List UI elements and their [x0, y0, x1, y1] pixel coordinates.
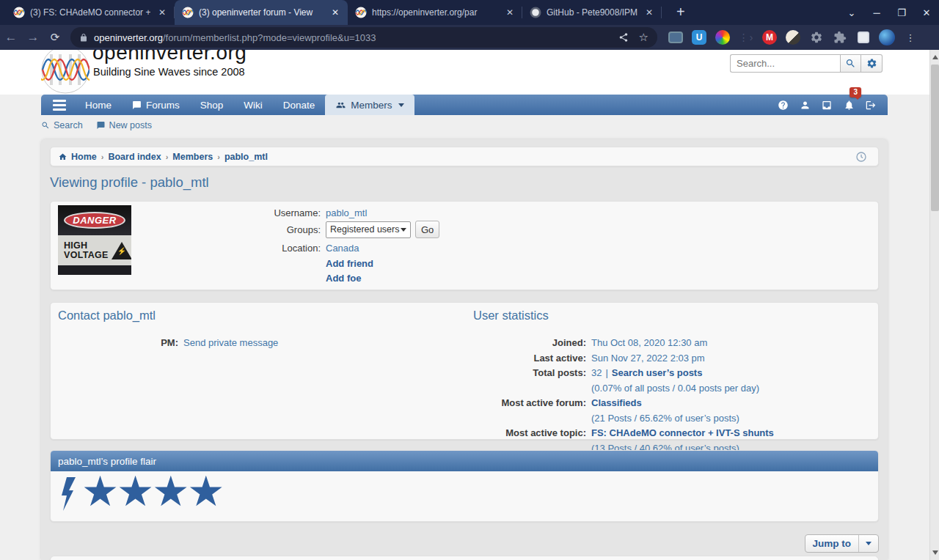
- search-settings-button[interactable]: [861, 54, 883, 73]
- groups-label: Groups:: [51, 224, 326, 235]
- nav-shop[interactable]: Shop: [190, 95, 234, 115]
- profile-avatar-icon[interactable]: [879, 29, 895, 45]
- badger-extension-icon[interactable]: [785, 29, 801, 45]
- restore-button[interactable]: ❐: [889, 7, 914, 18]
- tab-bar: (3) FS: CHAdeMO connector + ✕ (3) openin…: [0, 0, 939, 25]
- share-icon[interactable]: [618, 32, 629, 43]
- tab-close-icon[interactable]: ✕: [643, 7, 656, 18]
- openinverter-favicon: [13, 7, 25, 18]
- forums-bubble-icon: [132, 100, 142, 110]
- search-submit-button[interactable]: [840, 54, 861, 73]
- send-private-message-link[interactable]: Send private message: [183, 336, 278, 351]
- clock-icon[interactable]: [855, 151, 867, 163]
- search-input[interactable]: [730, 54, 840, 73]
- browser-tab-3[interactable]: https://openinverter.org/par ✕: [348, 0, 522, 25]
- new-tab-button[interactable]: +: [671, 4, 691, 21]
- menu-kebab-icon[interactable]: ⋮: [902, 29, 918, 45]
- nav-donate[interactable]: Donate: [273, 95, 326, 115]
- search-icon: [41, 121, 50, 130]
- address-bar[interactable]: openinverter.org/forum/memberlist.php?mo…: [70, 27, 657, 48]
- jump-to-button[interactable]: Jump to: [805, 534, 880, 553]
- username-value[interactable]: pablo_mtl: [326, 207, 367, 218]
- reload-button[interactable]: ⟳: [44, 31, 66, 44]
- reading-mode-icon[interactable]: [855, 29, 872, 45]
- color-wheel-extension-icon[interactable]: [715, 29, 731, 45]
- forward-button[interactable]: →: [22, 30, 44, 45]
- search-users-posts-link[interactable]: Search user’s posts: [612, 366, 703, 381]
- most-active-forum-link[interactable]: Classifieds: [591, 396, 642, 411]
- extensions-puzzle-icon[interactable]: [832, 29, 848, 45]
- contact-column: Contact pablo_mtl PM: Send private messa…: [58, 309, 466, 351]
- contact-stats-panel: Contact pablo_mtl PM: Send private messa…: [50, 302, 879, 440]
- nav-forums[interactable]: Forums: [122, 95, 190, 115]
- openinverter-favicon: [355, 7, 367, 18]
- select-chevron-icon: [401, 228, 406, 232]
- add-foe-link[interactable]: Add foe: [326, 273, 361, 284]
- back-button[interactable]: ←: [0, 30, 22, 45]
- most-active-topic-link[interactable]: FS: CHAdeMO connector + IVT-S shunts: [591, 426, 774, 441]
- breadcrumb-members[interactable]: Members: [172, 152, 213, 162]
- scroll-up-arrow[interactable]: [932, 55, 938, 59]
- page-scrollbar[interactable]: [929, 50, 939, 560]
- new-posts-link[interactable]: New posts: [96, 120, 152, 130]
- settings-extension-icon[interactable]: [808, 29, 825, 45]
- tab-title: (3) openinverter forum - View: [199, 7, 324, 18]
- username-label: Username:: [51, 207, 326, 218]
- lock-icon: [79, 33, 88, 43]
- tab-close-icon[interactable]: ✕: [329, 7, 342, 18]
- tab-close-icon[interactable]: ✕: [503, 7, 516, 18]
- help-icon[interactable]: [772, 95, 794, 115]
- screenshot-extension-icon[interactable]: [668, 29, 684, 45]
- breadcrumb-home[interactable]: Home: [71, 152, 97, 162]
- profile-panel: DANGER HIGHVOLTAGE Username: pablo_mtl G…: [50, 201, 879, 290]
- tab-search-chevron-icon[interactable]: ⌄: [839, 7, 864, 18]
- site-tagline: Building Sine Waves since 2008: [93, 66, 245, 78]
- tab-title: https://openinverter.org/par: [372, 7, 498, 18]
- bookmark-star-icon[interactable]: ☆: [639, 31, 648, 44]
- disabled-extension-icon[interactable]: ⋮›: [738, 29, 754, 45]
- ublock-extension-icon[interactable]: U: [691, 29, 707, 45]
- breadcrumb-board-index[interactable]: Board index: [108, 152, 161, 162]
- total-posts-label: Total posts:: [473, 366, 591, 381]
- chevron-down-icon: [398, 103, 404, 107]
- browser-tab-1[interactable]: (3) FS: CHAdeMO connector + ✕: [6, 0, 175, 25]
- logout-icon[interactable]: [860, 95, 882, 115]
- breadcrumb: Home › Board index › Members › pablo_mtl: [50, 147, 879, 166]
- flair-stars: ★★★★: [81, 471, 222, 512]
- breadcrumb-user[interactable]: pablo_mtl: [224, 152, 268, 162]
- total-posts-note: (0.07% of all posts / 0.04 posts per day…: [591, 381, 759, 397]
- openinverter-logo[interactable]: [41, 50, 89, 94]
- mega-extension-icon[interactable]: M: [761, 29, 778, 45]
- scrollbar-thumb[interactable]: [931, 65, 939, 211]
- tab-title: GitHub - Pete9008/IPMMotor: [547, 7, 637, 18]
- location-value[interactable]: Canada: [326, 243, 359, 254]
- minimize-button[interactable]: ─: [864, 7, 889, 18]
- site-title[interactable]: openinverter.org: [92, 50, 246, 65]
- messages-inbox-icon[interactable]: [816, 95, 838, 115]
- jump-to-dropdown-arrow[interactable]: [858, 535, 878, 552]
- extensions-row: U ⋮› M ⋮: [668, 29, 918, 45]
- tab-title: (3) FS: CHAdeMO connector +: [30, 7, 150, 18]
- nav-members-active[interactable]: Members: [325, 95, 414, 115]
- lightning-bolt-icon: [58, 476, 80, 512]
- add-friend-link[interactable]: Add friend: [326, 258, 373, 269]
- nav-wiki[interactable]: Wiki: [233, 95, 273, 115]
- go-button[interactable]: Go: [415, 221, 439, 238]
- content-wrapper: Home › Board index › Members › pablo_mtl…: [41, 139, 888, 560]
- flair-panel: pablo_mtl’s profile flair ★★★★: [50, 450, 879, 522]
- hamburger-menu-icon[interactable]: [41, 95, 75, 115]
- nav-home[interactable]: Home: [75, 95, 122, 115]
- browser-tab-2-active[interactable]: (3) openinverter forum - View ✕: [175, 0, 348, 25]
- close-button[interactable]: ✕: [914, 7, 939, 18]
- page-viewport: openinverter.org Building Sine Waves sin…: [0, 50, 939, 560]
- quick-search-link[interactable]: Search: [41, 120, 83, 130]
- home-icon: [58, 152, 67, 161]
- notifications-bell-icon[interactable]: 3: [838, 95, 860, 115]
- browser-window: (3) FS: CHAdeMO connector + ✕ (3) openin…: [0, 0, 939, 560]
- scroll-down-arrow[interactable]: [932, 550, 938, 555]
- tab-close-icon[interactable]: ✕: [156, 7, 169, 18]
- groups-select[interactable]: Registered users: [326, 221, 411, 238]
- profile-icon[interactable]: [794, 95, 816, 115]
- browser-tab-4[interactable]: GitHub - Pete9008/IPMMotor ✕: [522, 0, 662, 25]
- openinverter-favicon: [182, 7, 194, 18]
